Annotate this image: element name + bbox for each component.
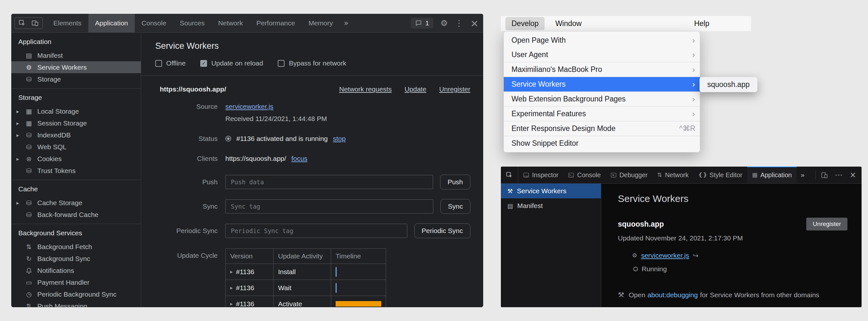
sidebar-item-manifest[interactable]: Manifest: [501, 199, 601, 213]
tab-style-editor[interactable]: Style Editor: [693, 167, 747, 183]
periodic-sync-tag-input[interactable]: [225, 224, 407, 238]
tab-elements[interactable]: Elements: [46, 14, 88, 32]
about-debugging-link[interactable]: about:debugging: [648, 291, 698, 299]
tab-network[interactable]: Network: [211, 14, 249, 32]
sidebar-item-cache-storage[interactable]: Cache Storage: [11, 197, 141, 209]
console-icon: [568, 172, 574, 178]
sidebar-item-cookies[interactable]: Cookies: [11, 153, 141, 165]
expand-arrow-icon[interactable]: [17, 200, 19, 206]
more-tabs-icon[interactable]: [797, 167, 808, 183]
push-button[interactable]: Push: [440, 175, 470, 189]
menu-item-macbook-pro[interactable]: Maximiliano's MacBook Pro: [504, 62, 700, 77]
tab-performance[interactable]: Performance: [249, 14, 302, 32]
chrome-devtools-toolbar: Elements Application Console Sources Net…: [11, 14, 483, 33]
sidebar-item-payment-handler[interactable]: Payment Handler: [11, 276, 141, 288]
sidebar-item-local-storage[interactable]: Local Storage: [11, 105, 141, 117]
push-data-input[interactable]: [225, 175, 433, 189]
periodic-sync-button[interactable]: Periodic Sync: [414, 223, 470, 238]
column-header-timeline: Timeline: [331, 249, 386, 264]
menu-item-web-extension-background-pages[interactable]: Web Extension Background Pages: [504, 92, 700, 106]
offline-checkbox[interactable]: Offline: [155, 59, 186, 67]
unregister-link[interactable]: Unregister: [439, 85, 470, 93]
sidebar-item-periodic-background-sync[interactable]: Periodic Background Sync: [11, 288, 141, 300]
tab-sources[interactable]: Sources: [173, 14, 211, 32]
expand-arrow-icon[interactable]: [17, 108, 19, 115]
pane-title: Service Workers: [618, 193, 847, 204]
menubar-item-window[interactable]: Window: [549, 17, 588, 30]
inspect-element-icon[interactable]: [18, 19, 26, 27]
sidebar-item-manifest[interactable]: Manifest: [11, 49, 141, 61]
card-icon: [25, 279, 33, 286]
wrench-icon: [618, 291, 624, 298]
sidebar-item-notifications[interactable]: Notifications: [11, 264, 141, 276]
gear-icon: [25, 64, 33, 71]
sidebar-item-web-sql[interactable]: Web SQL: [11, 141, 141, 153]
meatball-menu-icon[interactable]: [831, 171, 846, 179]
menu-item-experimental-features[interactable]: Experimental Features: [504, 107, 700, 121]
tab-network[interactable]: Network: [653, 167, 693, 183]
bypass-for-network-checkbox[interactable]: Bypass for network: [278, 59, 346, 67]
service-workers-submenu-item-squoosh[interactable]: squoosh.app: [700, 77, 757, 92]
menu-item-user-agent[interactable]: User Agent: [504, 47, 700, 62]
expand-arrow-icon[interactable]: [230, 301, 233, 307]
kebab-menu-icon[interactable]: [455, 19, 463, 27]
expand-arrow-icon[interactable]: [17, 156, 19, 162]
tab-application[interactable]: Application: [747, 167, 797, 183]
device-toolbar-icon[interactable]: [31, 19, 39, 27]
worker-script-link[interactable]: serviceworker.js: [641, 252, 689, 259]
status-text: Running: [642, 265, 667, 273]
page-icon: [507, 203, 513, 209]
expand-arrow-icon[interactable]: [230, 269, 233, 275]
sidebar-item-trust-tokens[interactable]: Trust Tokens: [11, 165, 141, 177]
sidebar-section-application: Application Manifest Service Workers Sto…: [11, 33, 141, 88]
settings-gear-icon[interactable]: [440, 19, 448, 27]
sidebar-item-background-fetch[interactable]: Background Fetch: [11, 241, 141, 253]
issues-counter[interactable]: 1: [411, 17, 433, 29]
sidebar-item-label: IndexedDB: [37, 131, 71, 139]
tab-memory[interactable]: Memory: [302, 14, 340, 32]
menubar-item-develop[interactable]: Develop: [505, 17, 545, 30]
sidebar-item-push-messaging[interactable]: Push Messaging: [11, 300, 141, 307]
tab-console[interactable]: Console: [563, 167, 606, 183]
sidebar-item-back-forward-cache[interactable]: Back-forward Cache: [11, 209, 141, 220]
menu-item-show-snippet-editor[interactable]: Show Snippet Editor: [504, 136, 700, 150]
close-devtools-icon[interactable]: [470, 18, 479, 28]
checkbox-box[interactable]: [155, 60, 162, 67]
unregister-button[interactable]: Unregister: [806, 218, 847, 230]
more-tabs-icon[interactable]: [340, 14, 353, 32]
tab-application[interactable]: Application: [88, 14, 135, 32]
checkbox-box[interactable]: [278, 60, 284, 67]
menu-item-open-page-with[interactable]: Open Page With: [504, 33, 700, 47]
menu-item-enter-responsive-design-mode[interactable]: Enter Responsive Design Mode ^⌘R: [504, 121, 700, 136]
close-devtools-icon[interactable]: [846, 171, 860, 179]
sidebar-item-indexeddb[interactable]: IndexedDB: [11, 129, 141, 141]
stop-link[interactable]: stop: [333, 135, 346, 143]
sidebar-section-storage: Storage Local Storage Session Storage In…: [11, 88, 141, 180]
expand-arrow-icon[interactable]: [17, 132, 19, 138]
expand-arrow-icon[interactable]: [17, 120, 19, 127]
update-link[interactable]: Update: [404, 85, 426, 93]
version-cell: #1136: [236, 268, 254, 276]
sync-tag-input[interactable]: [225, 199, 433, 213]
sidebar-item-label: Background Fetch: [37, 243, 92, 251]
jump-to-debugger-icon[interactable]: [693, 252, 699, 259]
checkbox-box-checked[interactable]: [200, 60, 207, 67]
sidebar-item-background-sync[interactable]: Background Sync: [11, 253, 141, 264]
menu-item-service-workers[interactable]: Service Workers: [504, 77, 700, 92]
focus-link[interactable]: focus: [291, 155, 307, 163]
tab-debugger[interactable]: Debugger: [606, 167, 653, 183]
network-requests-link[interactable]: Network requests: [339, 85, 392, 93]
update-on-reload-checkbox[interactable]: Update on reload: [200, 59, 263, 67]
source-file-link[interactable]: serviceworker.js: [225, 103, 273, 110]
sidebar-item-service-workers[interactable]: Service Workers: [501, 184, 601, 199]
responsive-design-mode-icon[interactable]: [817, 172, 831, 178]
expand-arrow-icon[interactable]: [230, 285, 233, 291]
tab-inspector[interactable]: Inspector: [518, 167, 563, 183]
sidebar-item-service-workers[interactable]: Service Workers: [11, 61, 141, 73]
sidebar-item-session-storage[interactable]: Session Storage: [11, 117, 141, 129]
pick-element-icon[interactable]: [501, 167, 518, 183]
tab-console[interactable]: Console: [135, 14, 173, 32]
sync-button[interactable]: Sync: [440, 199, 470, 214]
sidebar-item-storage[interactable]: Storage: [11, 73, 141, 85]
menubar-item-help[interactable]: Help: [688, 17, 715, 30]
